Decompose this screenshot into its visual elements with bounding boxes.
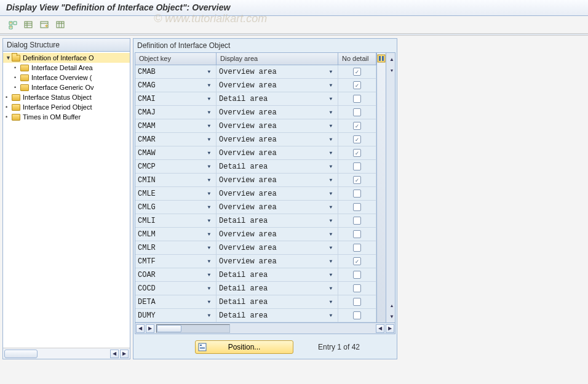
cell-object-key[interactable]: CMCP▼: [135, 160, 217, 173]
dropdown-icon[interactable]: ▼: [205, 108, 213, 117]
cell-no-detail[interactable]: ✓: [338, 79, 376, 92]
tree-bullet-icon[interactable]: •: [6, 104, 12, 110]
cell-object-key[interactable]: CMLE▼: [135, 187, 217, 200]
dropdown-icon[interactable]: ▼: [205, 257, 213, 266]
dropdown-icon[interactable]: ▼: [327, 217, 335, 225]
cell-display-area[interactable]: Detail area▼: [217, 309, 338, 322]
cell-display-area[interactable]: Overview area▼: [217, 228, 338, 241]
table-row[interactable]: DUMY▼Detail area▼: [135, 309, 376, 322]
tree-item[interactable]: •Interface Generic Ov: [3, 82, 130, 92]
grid-hscrollbar[interactable]: ◀ ▶ ◀ ▶: [135, 323, 395, 334]
scroll-up-icon[interactable]: ▲: [387, 54, 397, 64]
table-row[interactable]: CMIN▼Overview area▼✓: [135, 174, 376, 187]
cell-object-key[interactable]: DETA▼: [135, 295, 217, 308]
column-object-key[interactable]: Object key: [135, 53, 217, 65]
cell-display-area[interactable]: Overview area▼: [217, 201, 338, 214]
dropdown-icon[interactable]: ▼: [205, 244, 213, 252]
dropdown-icon[interactable]: ▼: [327, 122, 335, 130]
position-button[interactable]: Position...: [195, 340, 293, 354]
dropdown-icon[interactable]: ▼: [327, 244, 335, 252]
cell-no-detail[interactable]: ✓: [338, 146, 376, 159]
dropdown-icon[interactable]: ▼: [205, 81, 213, 90]
no-detail-checkbox[interactable]: [353, 108, 361, 116]
tree-bullet-icon[interactable]: •: [14, 84, 20, 90]
cell-no-detail[interactable]: [338, 160, 376, 173]
cell-object-key[interactable]: CMAJ▼: [135, 106, 217, 119]
cell-display-area[interactable]: Overview area▼: [217, 133, 338, 146]
column-display-area[interactable]: Display area: [217, 53, 338, 65]
cell-object-key[interactable]: CMAG▼: [135, 79, 217, 92]
dropdown-icon[interactable]: ▼: [327, 257, 335, 266]
cell-display-area[interactable]: Overview area▼: [217, 119, 338, 132]
dropdown-icon[interactable]: ▼: [327, 311, 335, 320]
dropdown-icon[interactable]: ▼: [327, 149, 335, 158]
no-detail-checkbox[interactable]: [353, 284, 361, 292]
tree-bullet-icon[interactable]: •: [6, 114, 12, 120]
dropdown-icon[interactable]: ▼: [327, 176, 335, 185]
cell-display-area[interactable]: Detail area▼: [217, 92, 338, 105]
table-import-button[interactable]: [54, 18, 66, 31]
cell-no-detail[interactable]: [338, 201, 376, 214]
cell-display-area[interactable]: Overview area▼: [217, 174, 338, 186]
dropdown-icon[interactable]: ▼: [205, 176, 213, 185]
no-detail-checkbox[interactable]: ✓: [353, 122, 361, 130]
grid-vscrollbar[interactable]: ▲ ▾ ▴ ▼: [386, 53, 395, 322]
dropdown-icon[interactable]: ▼: [205, 95, 213, 103]
tree-item[interactable]: ▼Definition of Interface O: [3, 53, 130, 63]
cell-no-detail[interactable]: [338, 295, 376, 308]
cell-object-key[interactable]: CMAW▼: [135, 146, 217, 159]
cell-display-area[interactable]: Overview area▼: [217, 187, 338, 200]
cell-no-detail[interactable]: [338, 282, 376, 295]
no-detail-checkbox[interactable]: [353, 244, 361, 252]
cell-no-detail[interactable]: ✓: [338, 174, 376, 186]
tree-bullet-icon[interactable]: •: [6, 94, 12, 100]
table-row[interactable]: COAR▼Detail area▼: [135, 268, 376, 282]
cell-no-detail[interactable]: [338, 241, 376, 254]
no-detail-checkbox[interactable]: [353, 311, 361, 319]
no-detail-checkbox[interactable]: [353, 190, 361, 198]
tree-item[interactable]: •Interface Overview (: [3, 73, 130, 82]
scrollbar-thumb[interactable]: [157, 325, 181, 332]
scroll-down-icon[interactable]: ▼: [387, 311, 397, 321]
scroll-right-icon[interactable]: ▶: [120, 350, 129, 358]
table-row[interactable]: CMAW▼Overview area▼✓: [135, 146, 376, 160]
cell-no-detail[interactable]: ✓: [338, 133, 376, 146]
table-row[interactable]: CMAG▼Overview area▼✓: [135, 79, 376, 92]
table-row[interactable]: CMLI▼Detail area▼: [135, 214, 376, 228]
dropdown-icon[interactable]: ▼: [327, 95, 335, 103]
table-view-button[interactable]: [22, 18, 34, 31]
table-row[interactable]: CMLM▼Overview area▼: [135, 228, 376, 241]
dropdown-icon[interactable]: ▼: [205, 298, 213, 306]
cell-no-detail[interactable]: [338, 214, 376, 227]
cell-no-detail[interactable]: [338, 268, 376, 281]
dropdown-icon[interactable]: ▼: [205, 311, 213, 320]
dropdown-icon[interactable]: ▼: [327, 81, 335, 90]
cell-object-key[interactable]: CMAI▼: [135, 92, 217, 105]
scroll-right-icon[interactable]: ▶: [146, 324, 154, 333]
scroll-up-step-icon[interactable]: ▾: [387, 65, 397, 75]
table-export-button[interactable]: [38, 18, 50, 31]
dropdown-icon[interactable]: ▼: [205, 122, 213, 130]
cell-display-area[interactable]: Overview area▼: [217, 106, 338, 119]
table-row[interactable]: CMAR▼Overview area▼✓: [135, 133, 376, 146]
cell-object-key[interactable]: CMIN▼: [135, 174, 217, 186]
scroll-left-icon[interactable]: ◀: [110, 350, 119, 358]
cell-display-area[interactable]: Overview area▼: [217, 255, 338, 268]
dropdown-icon[interactable]: ▼: [205, 284, 213, 293]
cell-display-area[interactable]: Detail area▼: [217, 160, 338, 173]
dropdown-icon[interactable]: ▼: [205, 203, 213, 212]
scroll-left-end-icon[interactable]: ◀: [376, 324, 384, 333]
table-row[interactable]: CMCP▼Detail area▼: [135, 160, 376, 174]
cell-display-area[interactable]: Detail area▼: [217, 282, 338, 295]
cell-object-key[interactable]: CMLM▼: [135, 228, 217, 241]
table-row[interactable]: CMLG▼Overview area▼: [135, 201, 376, 214]
scrollbar-thumb[interactable]: [4, 350, 38, 358]
no-detail-checkbox[interactable]: ✓: [353, 149, 361, 157]
cell-object-key[interactable]: CMAM▼: [135, 119, 217, 132]
no-detail-checkbox[interactable]: ✓: [353, 68, 361, 76]
no-detail-checkbox[interactable]: ✓: [353, 135, 361, 143]
table-row[interactable]: CMAJ▼Overview area▼: [135, 106, 376, 119]
table-row[interactable]: CMAB▼Overview area▼✓: [135, 65, 376, 79]
dialog-hscrollbar[interactable]: ◀ ▶: [3, 348, 130, 359]
table-row[interactable]: CMAI▼Detail area▼: [135, 92, 376, 106]
